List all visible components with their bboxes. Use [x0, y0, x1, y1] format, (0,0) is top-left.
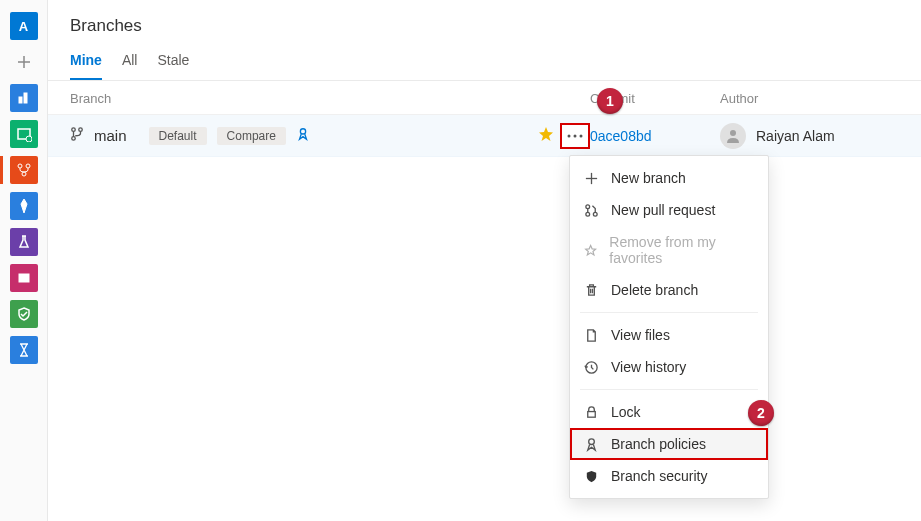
svg-rect-3	[24, 93, 27, 103]
star-outline-icon	[584, 243, 597, 258]
nav-pipelines-icon[interactable]	[10, 192, 38, 220]
svg-point-10	[72, 128, 76, 132]
nav-testplans-icon[interactable]	[10, 228, 38, 256]
menu-remove-favorite-label: Remove from my favorites	[609, 234, 754, 266]
tab-mine[interactable]: Mine	[70, 46, 102, 80]
header-author: Author	[720, 91, 899, 106]
menu-separator	[580, 389, 758, 390]
svg-rect-9	[19, 274, 29, 282]
svg-rect-2	[19, 97, 22, 103]
svg-point-13	[300, 129, 305, 134]
menu-branch-policies-label: Branch policies	[611, 436, 706, 452]
branch-name[interactable]: main	[94, 127, 127, 144]
svg-point-17	[730, 130, 736, 136]
svg-point-21	[586, 212, 590, 216]
menu-new-branch[interactable]: New branch	[570, 162, 768, 194]
svg-point-25	[589, 438, 595, 444]
menu-delete-branch[interactable]: Delete branch	[570, 274, 768, 306]
svg-point-6	[18, 164, 22, 168]
left-nav-bar: A	[0, 0, 48, 521]
header-branch: Branch	[70, 91, 590, 106]
menu-view-files-label: View files	[611, 327, 670, 343]
svg-point-5	[26, 136, 32, 142]
menu-branch-policies[interactable]: Branch policies	[570, 428, 768, 460]
menu-view-history-label: View history	[611, 359, 686, 375]
svg-point-16	[580, 134, 583, 137]
nav-artifacts-icon[interactable]	[10, 264, 38, 292]
svg-point-20	[586, 204, 590, 208]
nav-overview-icon[interactable]	[10, 84, 38, 112]
svg-point-15	[574, 134, 577, 137]
file-icon	[584, 328, 599, 343]
menu-lock[interactable]: Lock	[570, 396, 768, 428]
menu-branch-security-label: Branch security	[611, 468, 707, 484]
more-options-button[interactable]	[560, 123, 590, 149]
svg-point-7	[26, 164, 30, 168]
menu-lock-label: Lock	[611, 404, 641, 420]
lock-icon	[584, 405, 599, 420]
menu-delete-branch-label: Delete branch	[611, 282, 698, 298]
menu-new-branch-label: New branch	[611, 170, 686, 186]
menu-view-files[interactable]: View files	[570, 319, 768, 351]
main-content: Branches Mine All Stale Branch Commit Au…	[48, 0, 921, 521]
svg-rect-24	[588, 411, 596, 417]
branch-icon	[70, 127, 84, 144]
add-icon[interactable]	[10, 48, 38, 76]
column-headers: Branch Commit Author	[48, 81, 921, 115]
branch-row[interactable]: main Default Compare 0ace08bd Raiyan A	[48, 115, 921, 157]
project-logo[interactable]: A	[10, 12, 38, 40]
branch-context-menu: New branch New pull request Remove from …	[569, 155, 769, 499]
nav-compliance-icon[interactable]	[10, 300, 38, 328]
favorite-star-icon[interactable]	[538, 126, 554, 145]
menu-separator	[580, 312, 758, 313]
tab-bar: Mine All Stale	[48, 46, 921, 81]
menu-view-history[interactable]: View history	[570, 351, 768, 383]
menu-new-pr-label: New pull request	[611, 202, 715, 218]
annotation-1: 1	[597, 88, 623, 114]
plus-icon	[584, 171, 599, 186]
history-icon	[584, 360, 599, 375]
nav-boards-icon[interactable]	[10, 120, 38, 148]
tab-stale[interactable]: Stale	[157, 46, 189, 80]
policy-badge-icon	[584, 437, 599, 452]
author-avatar-icon	[720, 123, 746, 149]
trash-icon	[584, 283, 599, 298]
menu-branch-security[interactable]: Branch security	[570, 460, 768, 492]
commit-link[interactable]: 0ace08bd	[590, 128, 652, 144]
pull-request-icon	[584, 203, 599, 218]
annotation-2: 2	[748, 400, 774, 426]
shield-icon	[584, 469, 599, 484]
svg-point-12	[72, 137, 76, 141]
menu-new-pr[interactable]: New pull request	[570, 194, 768, 226]
nav-hourglass-icon[interactable]	[10, 336, 38, 364]
tag-compare[interactable]: Compare	[217, 127, 286, 145]
tab-all[interactable]: All	[122, 46, 138, 80]
author-name: Raiyan Alam	[756, 128, 835, 144]
nav-repos-icon[interactable]	[10, 156, 38, 184]
tag-default: Default	[149, 127, 207, 145]
policy-badge-icon[interactable]	[296, 127, 310, 144]
page-title: Branches	[48, 0, 921, 46]
menu-remove-favorite: Remove from my favorites	[570, 226, 768, 274]
svg-point-14	[568, 134, 571, 137]
svg-point-22	[593, 212, 597, 216]
svg-point-11	[79, 128, 83, 132]
svg-point-8	[22, 172, 26, 176]
